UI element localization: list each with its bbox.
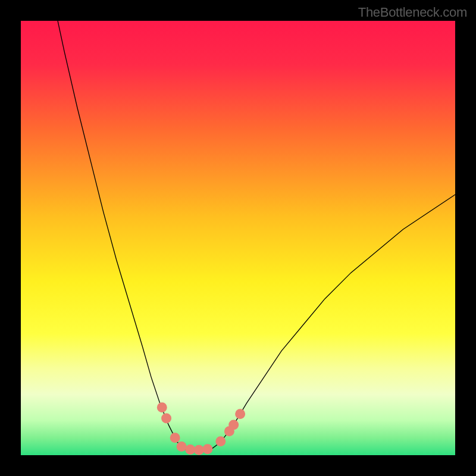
data-marker	[194, 445, 204, 455]
data-marker	[202, 444, 212, 454]
data-marker	[228, 419, 239, 430]
data-marker	[185, 444, 195, 455]
data-marker	[177, 441, 187, 452]
data-marker	[161, 413, 171, 423]
data-marker	[170, 433, 180, 443]
plot-area	[21, 21, 455, 455]
data-marker	[235, 409, 245, 419]
watermark-text: TheBottleneck.com	[358, 5, 467, 20]
chart-svg	[21, 21, 455, 455]
chart-root: TheBottleneck.com	[0, 0, 476, 476]
data-marker	[215, 436, 226, 446]
data-marker	[157, 402, 167, 412]
gradient-bg	[21, 21, 455, 455]
